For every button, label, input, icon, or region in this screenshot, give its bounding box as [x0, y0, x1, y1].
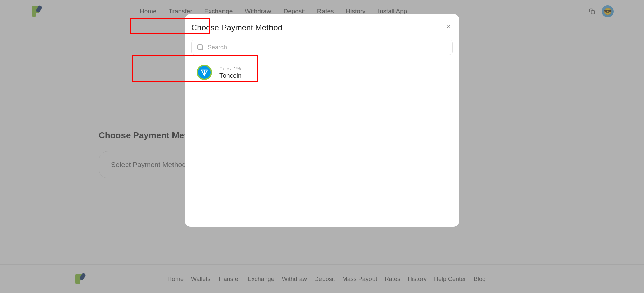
- payment-method-modal: Choose Payment Method: [185, 14, 459, 227]
- toncoin-icon: [197, 65, 212, 80]
- svg-point-5: [197, 44, 203, 50]
- search-icon: [196, 43, 204, 51]
- close-icon[interactable]: [445, 23, 452, 30]
- search-box[interactable]: [191, 40, 453, 55]
- search-input[interactable]: [208, 44, 448, 51]
- modal-overlay[interactable]: Choose Payment Method: [0, 0, 644, 293]
- modal-title: Choose Payment Method: [191, 23, 282, 32]
- fees-value: 1%: [234, 66, 241, 71]
- payment-option-toncoin[interactable]: Fees: 1% Toncoin: [191, 58, 317, 86]
- coin-name: Toncoin: [219, 72, 242, 79]
- payment-info: Fees: 1% Toncoin: [219, 66, 242, 79]
- fees-text: Fees: 1%: [219, 66, 242, 71]
- svg-line-6: [202, 49, 203, 50]
- fees-label: Fees:: [219, 66, 232, 71]
